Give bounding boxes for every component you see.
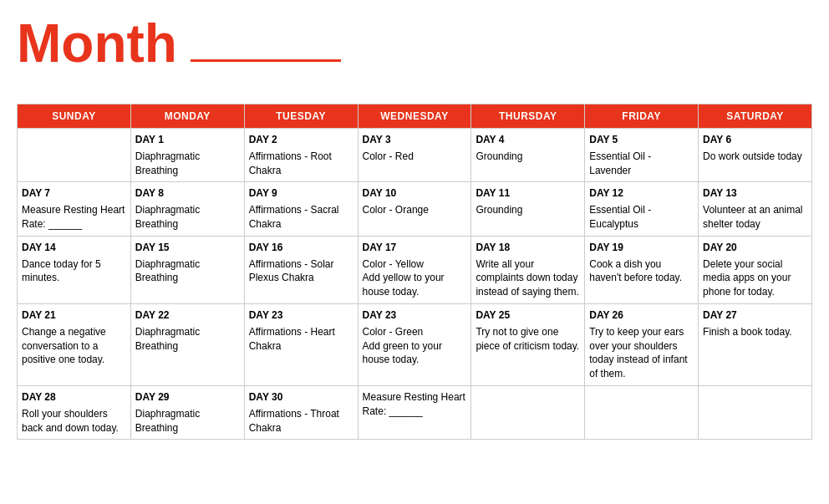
calendar-col-header: SATURDAY bbox=[699, 104, 812, 129]
calendar-cell: DAY 30Affirmations - Throat Chakra bbox=[244, 385, 358, 439]
calendar-row: DAY 14Dance today for 5 minutes.DAY 15Di… bbox=[18, 236, 812, 303]
calendar-col-header: THURSDAY bbox=[471, 104, 585, 129]
calendar-cell bbox=[699, 385, 812, 439]
calendar-body: DAY 1Diaphragmatic BreathingDAY 2Affirma… bbox=[18, 129, 812, 440]
calendar-table: SUNDAYMONDAYTUESDAYWEDNESDAYTHURSDAYFRID… bbox=[17, 104, 812, 440]
calendar-cell: DAY 3Color - Red bbox=[358, 129, 471, 182]
title-underline bbox=[191, 59, 341, 62]
calendar-cell: DAY 8Diaphragmatic Breathing bbox=[130, 182, 244, 236]
day-number: DAY 13 bbox=[703, 186, 807, 201]
calendar-cell: DAY 7Measure Resting Heart Rate: ______ bbox=[18, 182, 131, 236]
day-content: Essential Oil - Eucalyptus bbox=[589, 203, 694, 232]
day-content: Color - Orange bbox=[363, 203, 467, 217]
day-number: DAY 27 bbox=[703, 308, 807, 323]
day-content: Change a negative conversation to a posi… bbox=[22, 325, 126, 367]
calendar-cell bbox=[471, 385, 585, 439]
day-content: Measure Resting Heart Rate: ______ bbox=[22, 203, 126, 232]
calendar-cell: DAY 25Try not to give one piece of criti… bbox=[471, 303, 585, 385]
day-content: Volunteer at an animal shelter today bbox=[703, 203, 807, 232]
calendar-cell: DAY 5Essential Oil - Lavender bbox=[585, 129, 699, 182]
calendar-cell: DAY 1Diaphragmatic Breathing bbox=[130, 129, 244, 182]
day-number: DAY 9 bbox=[249, 186, 353, 201]
day-number: DAY 17 bbox=[363, 241, 467, 255]
calendar-cell: DAY 12Essential Oil - Eucalyptus bbox=[585, 182, 699, 236]
day-number: DAY 12 bbox=[589, 186, 694, 201]
day-number: DAY 5 bbox=[589, 133, 694, 147]
page-title: Month bbox=[17, 17, 177, 70]
day-content: Affirmations - Throat Chakra bbox=[249, 407, 353, 435]
day-number: DAY 25 bbox=[476, 308, 580, 323]
calendar-row: DAY 7Measure Resting Heart Rate: ______D… bbox=[18, 182, 812, 236]
day-content: Measure Resting Heart Rate: ______ bbox=[363, 390, 467, 419]
day-number: DAY 21 bbox=[22, 308, 126, 323]
calendar-cell: DAY 9Affirmations - Sacral Chakra bbox=[244, 182, 358, 236]
calendar-cell: DAY 4Grounding bbox=[471, 129, 585, 182]
day-content: Try not to give one piece of criticism t… bbox=[476, 325, 580, 354]
calendar-cell: DAY 23Affirmations - Heart Chakra bbox=[244, 303, 358, 385]
calendar-cell: DAY 16Affirmations - Solar Plexus Chakra bbox=[244, 236, 358, 303]
day-number: DAY 26 bbox=[589, 308, 694, 323]
day-number: DAY 29 bbox=[135, 390, 240, 405]
day-content: Write all your complaints down today ins… bbox=[476, 257, 580, 299]
day-number: DAY 11 bbox=[476, 186, 580, 201]
day-content: Finish a book today. bbox=[703, 325, 807, 339]
calendar-cell: DAY 18Write all your complaints down tod… bbox=[471, 236, 585, 303]
calendar-cell: DAY 27Finish a book today. bbox=[699, 303, 812, 385]
calendar-cell: DAY 13Volunteer at an animal shelter tod… bbox=[699, 182, 812, 236]
calendar-cell bbox=[585, 385, 699, 439]
calendar-cell: DAY 19Cook a dish you haven't before tod… bbox=[585, 236, 699, 303]
day-content: Affirmations - Solar Plexus Chakra bbox=[249, 257, 353, 286]
day-number: DAY 30 bbox=[249, 390, 353, 405]
calendar-row: DAY 28Roll your shoulders back and down … bbox=[18, 385, 812, 439]
calendar-cell: DAY 28Roll your shoulders back and down … bbox=[18, 385, 131, 439]
day-content: Affirmations - Root Chakra bbox=[249, 150, 353, 178]
day-number: DAY 28 bbox=[22, 390, 126, 405]
day-content: Diaphragmatic Breathing bbox=[135, 407, 240, 435]
day-number: DAY 6 bbox=[703, 133, 807, 147]
day-content: Affirmations - Heart Chakra bbox=[249, 325, 353, 354]
calendar-row: DAY 21Change a negative conversation to … bbox=[18, 303, 812, 385]
calendar-cell: Measure Resting Heart Rate: ______ bbox=[358, 385, 471, 439]
day-content: Essential Oil - Lavender bbox=[589, 150, 694, 178]
day-content: Cook a dish you haven't before today. bbox=[589, 257, 694, 286]
calendar-cell: DAY 29Diaphragmatic Breathing bbox=[130, 385, 244, 439]
calendar-cell bbox=[18, 129, 131, 182]
day-content: Delete your social media apps on your ph… bbox=[703, 257, 807, 299]
day-number: DAY 14 bbox=[22, 241, 126, 255]
day-content: Color - Red bbox=[363, 150, 467, 164]
day-content: Grounding bbox=[476, 203, 580, 217]
day-number: DAY 1 bbox=[135, 133, 240, 147]
calendar-cell: DAY 21Change a negative conversation to … bbox=[18, 303, 131, 385]
day-number: DAY 19 bbox=[589, 241, 694, 255]
calendar-cell: DAY 14Dance today for 5 minutes. bbox=[18, 236, 131, 303]
calendar-cell: DAY 23Color - GreenAdd green to your hou… bbox=[358, 303, 471, 385]
calendar-cell: DAY 2Affirmations - Root Chakra bbox=[244, 129, 358, 182]
calendar-cell: DAY 26Try to keep your ears over your sh… bbox=[585, 303, 699, 385]
day-content: Roll your shoulders back and down today. bbox=[22, 407, 126, 435]
day-number: DAY 4 bbox=[476, 133, 580, 147]
day-content: Diaphragmatic Breathing bbox=[135, 257, 240, 286]
calendar-col-header: TUESDAY bbox=[244, 104, 358, 129]
day-content: Diaphragmatic Breathing bbox=[135, 325, 240, 354]
calendar-cell: DAY 6Do work outside today bbox=[699, 129, 812, 182]
day-number: DAY 2 bbox=[249, 133, 353, 147]
day-number: DAY 23 bbox=[363, 308, 467, 323]
day-number: DAY 7 bbox=[22, 186, 126, 201]
calendar-cell: DAY 22Diaphragmatic Breathing bbox=[130, 303, 244, 385]
day-number: DAY 3 bbox=[363, 133, 467, 147]
calendar-col-header: SUNDAY bbox=[18, 104, 131, 129]
day-content: Do work outside today bbox=[703, 150, 807, 164]
day-content: Try to keep your ears over your shoulder… bbox=[589, 325, 694, 381]
calendar-cell: DAY 20Delete your social media apps on y… bbox=[699, 236, 812, 303]
calendar-header-row: SUNDAYMONDAYTUESDAYWEDNESDAYTHURSDAYFRID… bbox=[18, 104, 812, 129]
page-header: Month bbox=[17, 17, 812, 70]
day-number: DAY 23 bbox=[249, 308, 353, 323]
day-number: DAY 8 bbox=[135, 186, 240, 201]
calendar-col-header: WEDNESDAY bbox=[358, 104, 471, 129]
day-number: DAY 20 bbox=[703, 241, 807, 255]
day-content: Color - GreenAdd green to your house tod… bbox=[363, 325, 467, 367]
day-number: DAY 16 bbox=[249, 241, 353, 255]
calendar-cell: DAY 15Diaphragmatic Breathing bbox=[130, 236, 244, 303]
day-content: Dance today for 5 minutes. bbox=[22, 257, 126, 286]
calendar-col-header: MONDAY bbox=[130, 104, 244, 129]
